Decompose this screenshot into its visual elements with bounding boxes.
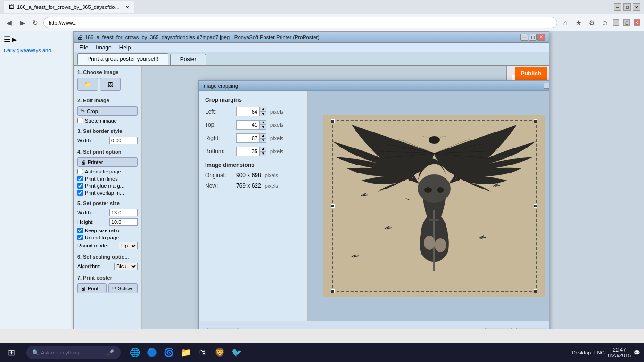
notification-icon[interactable]: 💬 bbox=[634, 350, 640, 356]
menu-help[interactable]: Help bbox=[116, 43, 135, 52]
sidebar-menu-icon[interactable]: ☰ bbox=[4, 35, 10, 44]
app-body: 1. Choose image 📁 🖼 2. Edit image ✂ Crop bbox=[74, 66, 549, 329]
window-restore-btn[interactable]: ◻ bbox=[623, 3, 631, 11]
splice-btn[interactable]: ✂ Splice bbox=[108, 283, 138, 293]
start-button[interactable]: ⊞ bbox=[0, 343, 23, 362]
right-up-arrow[interactable]: ▲ bbox=[260, 133, 266, 138]
smiley-btn[interactable]: ☺ bbox=[600, 17, 610, 28]
bottom-input[interactable] bbox=[236, 147, 260, 156]
right-input[interactable] bbox=[236, 133, 260, 143]
section3-title: 3. Set border style bbox=[77, 128, 138, 134]
taskbar-other-icon[interactable]: 🦁 bbox=[213, 346, 226, 359]
window-minimize-btn[interactable]: ─ bbox=[614, 3, 621, 11]
keep-ratio-checkbox[interactable] bbox=[77, 228, 83, 233]
stretch-checkbox[interactable] bbox=[77, 118, 83, 123]
right-down-arrow[interactable]: ▼ bbox=[260, 138, 266, 143]
menu-file[interactable]: File bbox=[75, 43, 92, 52]
new-row: New: 769 x 622 pixels bbox=[205, 182, 302, 189]
choose-image-btn2[interactable]: 🖼 bbox=[100, 78, 121, 91]
printer-btn[interactable]: 🖨 Printer bbox=[77, 157, 138, 167]
back-btn[interactable]: ◀ bbox=[4, 17, 14, 28]
browser-window-max[interactable]: ◻ bbox=[623, 19, 630, 26]
crop-handle-tl[interactable] bbox=[331, 119, 335, 123]
dialog-minimize-btn[interactable]: ─ bbox=[544, 83, 549, 89]
browser-window-min[interactable]: ─ bbox=[613, 19, 619, 26]
bottom-down-arrow[interactable]: ▼ bbox=[260, 151, 266, 156]
sidebar-arrow-icon[interactable]: ▶ bbox=[12, 36, 17, 43]
app-tabs: Print a great poster yourself! Poster bbox=[74, 52, 549, 66]
crop-handle-ml[interactable] bbox=[331, 204, 335, 208]
section-edit-image: 2. Edit image ✂ Crop Stretch image bbox=[77, 98, 138, 123]
bottom-margin-row: Bottom: ▲ ▼ pixels bbox=[205, 147, 302, 156]
bottom-up-arrow[interactable]: ▲ bbox=[260, 147, 266, 151]
crop-handle-mr[interactable] bbox=[534, 204, 537, 208]
taskbar-store-icon[interactable]: 🛍 bbox=[196, 346, 209, 359]
app-minimize-btn[interactable]: ─ bbox=[520, 34, 528, 41]
left-up-arrow[interactable]: ▲ bbox=[260, 107, 266, 112]
app-restore-btn[interactable]: ◻ bbox=[529, 34, 537, 41]
crop-handle-br[interactable] bbox=[534, 289, 537, 293]
print-overlap-checkbox[interactable] bbox=[77, 190, 83, 196]
section4-title: 4. Set print option bbox=[77, 149, 138, 155]
poster-width-input[interactable] bbox=[109, 209, 138, 216]
new-label: New: bbox=[205, 182, 233, 189]
border-width-input[interactable] bbox=[109, 137, 138, 144]
address-bar[interactable]: http://www... bbox=[43, 17, 557, 28]
printer-icon: 🖨 bbox=[81, 159, 86, 165]
dimensions-section: Image dimensions Original: 900 x 698 pix… bbox=[205, 162, 302, 189]
browser-window: 🖼 166_a_feast_for_crows_by_365_daysofdoo… bbox=[0, 0, 644, 343]
app-close-btn[interactable]: ✕ bbox=[537, 34, 545, 41]
refresh-btn[interactable]: ↻ bbox=[30, 17, 41, 28]
splice-icon: ✂ bbox=[112, 285, 116, 291]
algorithm-select[interactable]: Bicu... bbox=[114, 263, 138, 270]
automatic-pages-checkbox[interactable] bbox=[77, 169, 83, 174]
tab-poster[interactable]: Poster bbox=[170, 54, 206, 65]
microphone-icon[interactable]: 🎤 bbox=[107, 349, 114, 356]
cancel-btn[interactable]: Cancel bbox=[516, 328, 549, 329]
taskbar-app-icon[interactable]: 🐦 bbox=[230, 346, 243, 359]
menu-image[interactable]: Image bbox=[92, 43, 115, 52]
settings-btn[interactable]: ⚙ bbox=[586, 17, 597, 28]
choose-image-btn1[interactable]: 📁 bbox=[77, 78, 98, 91]
top-down-arrow[interactable]: ▼ bbox=[260, 125, 266, 130]
left-input[interactable] bbox=[236, 107, 260, 116]
crop-selection[interactable] bbox=[332, 120, 537, 292]
help-btn[interactable]: Help bbox=[207, 328, 239, 329]
tab-print[interactable]: Print a great poster yourself! bbox=[77, 53, 168, 65]
print-glue-checkbox[interactable] bbox=[77, 183, 83, 189]
section1-title: 1. Choose image bbox=[77, 69, 138, 75]
search-input[interactable] bbox=[41, 350, 107, 355]
date-display: 8/23/2015 bbox=[608, 353, 631, 358]
taskbar-edge-icon[interactable]: 🔵 bbox=[145, 346, 158, 359]
image-container bbox=[323, 115, 545, 297]
taskbar-chrome-icon[interactable]: 🌀 bbox=[162, 346, 175, 359]
crop-btn[interactable]: ✂ Crop bbox=[77, 106, 138, 116]
taskbar-ie-icon[interactable]: 🌐 bbox=[128, 346, 141, 359]
left-label: Left: bbox=[205, 108, 233, 115]
browser-window-close[interactable]: ✕ bbox=[634, 19, 640, 26]
forward-btn[interactable]: ▶ bbox=[17, 17, 27, 28]
taskbar-search[interactable]: 🔍 🎤 bbox=[26, 346, 121, 359]
print-btn[interactable]: 🖨 Print bbox=[77, 283, 107, 293]
top-input[interactable] bbox=[236, 120, 260, 130]
taskbar-folder-icon[interactable]: 📁 bbox=[179, 346, 192, 359]
crop-icon: ✂ bbox=[81, 108, 85, 114]
tab-close-icon[interactable]: ✕ bbox=[125, 5, 129, 10]
crop-handle-tr[interactable] bbox=[534, 119, 537, 123]
daily-giveaways-text[interactable]: Daily giveaways and... bbox=[4, 48, 71, 53]
top-up-arrow[interactable]: ▲ bbox=[260, 120, 266, 125]
browser-tab-active[interactable]: 🖼 166_a_feast_for_crows_by_365_daysofdoo… bbox=[4, 1, 134, 13]
left-down-arrow[interactable]: ▼ bbox=[260, 112, 266, 116]
poster-height-input[interactable] bbox=[109, 218, 138, 226]
crop-handle-bl[interactable] bbox=[331, 289, 335, 293]
print-trim-checkbox[interactable] bbox=[77, 176, 83, 181]
round-mode-select[interactable]: Up bbox=[119, 242, 138, 249]
round-to-page-checkbox[interactable] bbox=[77, 235, 83, 240]
home-btn[interactable]: ⌂ bbox=[560, 17, 570, 28]
window-close-btn[interactable]: ✕ bbox=[633, 3, 640, 11]
bottom-arrows: ▲ ▼ bbox=[260, 147, 266, 156]
favorites-btn[interactable]: ★ bbox=[573, 17, 584, 28]
app-titlebar: 🖨 166_a_feast_for_crows_by_365_daysofdoo… bbox=[74, 32, 549, 43]
ok-btn[interactable]: Ok bbox=[485, 328, 512, 329]
desktop-label: Desktop bbox=[572, 350, 591, 355]
